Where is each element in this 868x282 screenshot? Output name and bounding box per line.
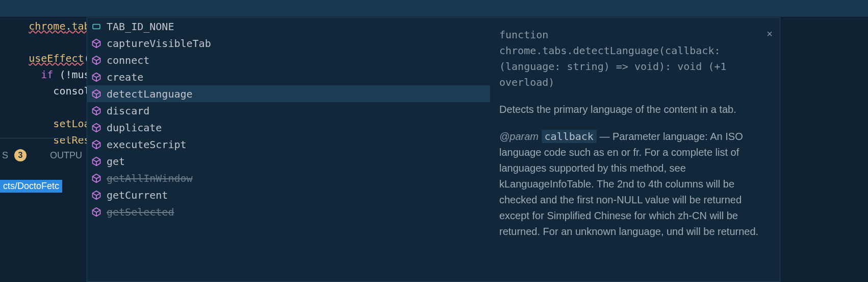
- autocomplete-item-duplicate[interactable]: duplicate: [87, 119, 490, 136]
- autocomplete-label: duplicate: [107, 122, 162, 134]
- problems-badge: 3: [14, 149, 27, 161]
- doc-summary: Detects the primary language of the cont…: [499, 102, 770, 118]
- bottom-panel-tabs: S 3 OUTPU: [0, 146, 87, 165]
- method-icon: [91, 72, 101, 82]
- autocomplete-item-executeScript[interactable]: executeScript: [87, 136, 490, 153]
- autocomplete-item-getAllInWindow[interactable]: getAllInWindow: [87, 170, 490, 186]
- autocomplete-item-captureVisibleTab[interactable]: captureVisibleTab: [87, 35, 490, 52]
- close-icon[interactable]: ×: [767, 26, 773, 42]
- autocomplete-doc-panel: × function chrome.tabs.detectLanguage(ca…: [490, 18, 780, 281]
- autocomplete-label: captureVisibleTab: [107, 37, 211, 50]
- method-icon: [91, 38, 101, 49]
- method-icon: [91, 123, 101, 133]
- doc-param: @param callback — Parameter language: An…: [499, 129, 770, 240]
- autocomplete-label: get: [107, 155, 125, 168]
- autocomplete-item-getSelected[interactable]: getSelected: [87, 203, 490, 220]
- panel-divider: [0, 138, 87, 138]
- autocomplete-item-connect[interactable]: connect: [87, 52, 490, 68]
- autocomplete-list[interactable]: TAB_ID_NONEcaptureVisibleTabconnectcreat…: [87, 18, 490, 281]
- doc-signature: function chrome.tabs.detectLanguage(call…: [499, 27, 770, 90]
- autocomplete-label: create: [107, 71, 143, 83]
- autocomplete-label: detectLanguage: [107, 88, 193, 100]
- autocomplete-item-detectLanguage[interactable]: detectLanguage: [87, 85, 490, 102]
- autocomplete-label: getAllInWindow: [107, 172, 193, 184]
- panel-tab-problems-partial[interactable]: S: [2, 150, 8, 161]
- autocomplete-label: discard: [107, 105, 149, 117]
- method-icon: [91, 139, 101, 150]
- autocomplete-label: getCurrent: [107, 189, 168, 201]
- method-icon: [91, 173, 101, 183]
- autocomplete-label: TAB_ID_NONE: [107, 20, 174, 33]
- method-icon: [91, 89, 101, 99]
- code-line-1: chrome.tabs.You, seconds ago • Uncommitt…: [0, 0, 868, 17]
- autocomplete-item-discard[interactable]: discard: [87, 102, 490, 119]
- method-icon: [91, 190, 101, 200]
- autocomplete-label: connect: [107, 54, 149, 66]
- method-icon: [91, 55, 101, 65]
- constant-icon: [91, 21, 101, 32]
- breadcrumb-file-partial[interactable]: cts/DoctoFetc: [0, 180, 62, 193]
- autocomplete-label: getSelected: [107, 206, 174, 218]
- autocomplete-item-create[interactable]: create: [87, 68, 490, 85]
- method-icon: [91, 106, 101, 116]
- method-icon: [91, 156, 101, 167]
- autocomplete-label: executeScript: [107, 138, 187, 151]
- autocomplete-item-TAB_ID_NONE[interactable]: TAB_ID_NONE: [87, 18, 490, 35]
- autocomplete-popup: TAB_ID_NONEcaptureVisibleTabconnectcreat…: [87, 17, 780, 282]
- autocomplete-item-getCurrent[interactable]: getCurrent: [87, 186, 490, 203]
- method-icon: [91, 207, 101, 217]
- autocomplete-item-get[interactable]: get: [87, 153, 490, 170]
- panel-tab-output-partial[interactable]: OUTPU: [50, 150, 82, 161]
